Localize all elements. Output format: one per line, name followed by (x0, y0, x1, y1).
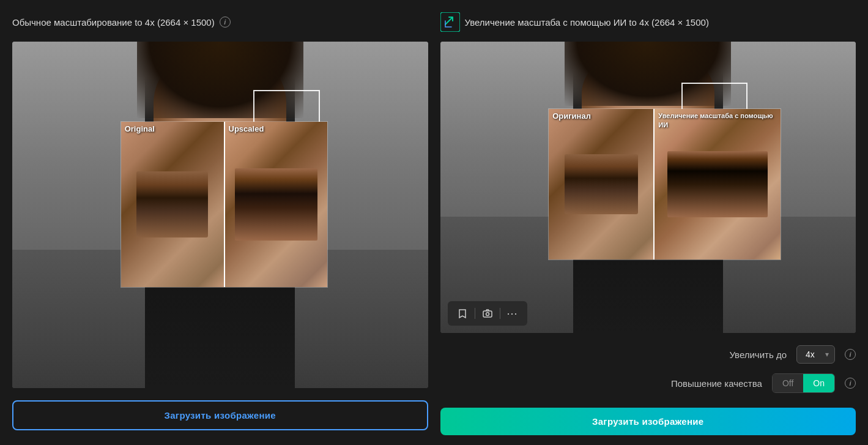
quality-label: Повышение качества (671, 378, 762, 389)
right-panel: Увеличение масштаба с помощью ИИ to 4x (… (440, 10, 856, 435)
quality-control-row: Повышение качества Off On i (440, 373, 856, 393)
left-eye-sim-up (235, 168, 317, 241)
right-panel-bottom: Загрузить изображение (440, 405, 856, 435)
left-panel: Обычное масштабирование to 4x (2664 × 15… (12, 10, 428, 435)
scale-select[interactable]: 2x 4x 6x 8x (796, 345, 835, 364)
main-container: Обычное масштабирование to 4x (2664 × 15… (0, 0, 868, 445)
left-zoom-upscaled-label: Upscaled (229, 124, 264, 133)
right-controls-section: Увеличить до 2x 4x 6x 8x ▾ i Повышение к… (440, 340, 856, 398)
left-eye-sim-orig (136, 171, 209, 237)
right-zoom-upscaled: Увеличение масштаба с помощью ИИ (655, 109, 780, 260)
right-action-bar: ⋯ (448, 301, 527, 326)
right-panel-title-row: Увеличение масштаба с помощью ИИ to 4x (… (440, 10, 856, 34)
camera-icon (483, 309, 492, 318)
left-panel-title: Обычное масштабирование to 4x (2664 × 15… (12, 17, 215, 28)
upscale-label: Увеличить до (729, 350, 787, 360)
left-zoom-original-label: Original (125, 124, 155, 133)
left-zoom-original: Original (121, 122, 224, 287)
left-zoom-panel: Original Upscaled (121, 121, 328, 288)
quality-toggle-group: Off On (772, 373, 835, 393)
left-panel-bottom: Загрузить изображение (12, 395, 428, 435)
more-button[interactable]: ⋯ (504, 305, 521, 322)
scale-select-wrapper: 2x 4x 6x 8x ▾ (796, 345, 835, 364)
camera-button[interactable] (479, 305, 496, 322)
right-zoom-panel: Оригинал Увеличение масштаба с помощью И… (548, 108, 781, 260)
toggle-off-button[interactable]: Off (773, 374, 803, 392)
right-eye-sim-ai (667, 151, 768, 217)
upscale-control-row: Увеличить до 2x 4x 6x 8x ▾ i (440, 345, 856, 364)
svg-rect-1 (483, 311, 492, 317)
ai-upscale-icon (440, 12, 460, 32)
toggle-on-button[interactable]: On (803, 374, 834, 392)
right-eye-sim-orig (565, 154, 638, 214)
action-sep-2 (500, 308, 500, 319)
right-panel-title: Увеличение масштаба с помощью ИИ to 4x (… (465, 17, 709, 28)
bookmark-icon (458, 309, 467, 318)
svg-rect-0 (440, 12, 460, 32)
left-image-viewport: Original Upscaled (12, 42, 428, 388)
upscale-info-icon[interactable]: i (845, 349, 856, 360)
action-sep-1 (475, 308, 475, 319)
left-info-icon[interactable]: i (220, 17, 231, 28)
bookmark-button[interactable] (454, 305, 471, 322)
right-image-viewport: Оригинал Увеличение масштаба с помощью И… (440, 42, 856, 333)
right-zoom-upscaled-label: Увеличение масштаба с помощью ИИ (658, 111, 780, 129)
right-photo-bg: Оригинал Увеличение масштаба с помощью И… (440, 42, 856, 333)
right-zoom-original-label: Оригинал (552, 111, 591, 121)
quality-info-icon[interactable]: i (845, 378, 856, 389)
more-dots: ⋯ (506, 307, 518, 320)
right-zoom-original: Оригинал (549, 109, 653, 260)
svg-point-2 (486, 313, 489, 316)
left-download-button[interactable]: Загрузить изображение (12, 400, 428, 430)
left-photo-bg: Original Upscaled (12, 42, 428, 388)
left-zoom-upscaled: Upscaled (225, 122, 328, 287)
right-download-button[interactable]: Загрузить изображение (440, 408, 856, 435)
left-panel-title-row: Обычное масштабирование to 4x (2664 × 15… (12, 10, 428, 34)
